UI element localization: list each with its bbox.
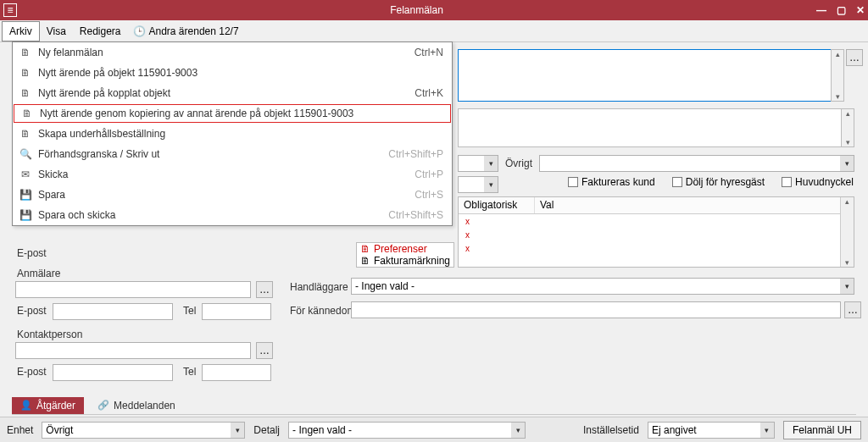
anmalare-browse-button[interactable]: … xyxy=(256,281,273,298)
ovrigt-dropdown[interactable]: ▾ xyxy=(539,155,854,172)
detalj-dropdown[interactable]: - Ingen vald - ▾ xyxy=(288,422,526,439)
print-preview-icon: 🔍 xyxy=(18,148,33,160)
chk-dolj[interactable]: Dölj för hyresgäst xyxy=(672,176,765,188)
mi-forhandsgranska: 🔍 Förhandsgranska / Skriv ut Ctrl+Shift+… xyxy=(13,144,452,164)
label-installelsetid: Inställelsetid xyxy=(583,424,639,436)
enhet-dropdown[interactable]: Övrigt ▾ xyxy=(42,422,245,439)
chk-faktureras[interactable]: Faktureras kund xyxy=(568,176,655,188)
chevron-down-icon: ▾ xyxy=(840,279,854,294)
app-icon: ≡ xyxy=(3,3,17,17)
table-row[interactable]: x xyxy=(459,228,854,241)
felanmal-uh-button[interactable]: Felanmäl UH xyxy=(783,421,861,439)
table-row[interactable]: x xyxy=(459,214,854,228)
installelsetid-dropdown[interactable]: Ej angivet ▾ xyxy=(648,422,775,439)
menu-redigera[interactable]: Redigera xyxy=(73,22,128,41)
footer-bar: Enhet Övrigt ▾ Detalj - Ingen vald - ▾ I… xyxy=(0,417,868,442)
description-more-button[interactable]: … xyxy=(846,49,863,66)
label-detalj: Detalj xyxy=(253,424,280,436)
scrollbar[interactable]: ▴▾ xyxy=(840,197,854,267)
for-kannedom-browse-button[interactable]: … xyxy=(844,301,861,318)
document-icon: 🗎 xyxy=(360,243,370,255)
col-obligatorisk: Obligatorisk xyxy=(459,197,535,213)
chevron-down-icon: ▾ xyxy=(231,423,244,438)
anmalare-tel-input[interactable] xyxy=(202,303,271,320)
mi-kopiera-arende[interactable]: 🗎 Nytt ärende genom kopiering av annat ä… xyxy=(14,104,451,123)
handlaggare-dropdown[interactable]: - Ingen vald - ▾ xyxy=(351,278,854,295)
menu-arkiv[interactable]: Arkiv xyxy=(2,21,40,41)
label-epost: E-post xyxy=(17,247,47,259)
label-tel-2: Tel xyxy=(183,366,196,378)
user-icon: 👤 xyxy=(20,400,32,411)
kontaktperson-epost-input[interactable] xyxy=(53,364,173,381)
chevron-down-icon: ▾ xyxy=(840,156,854,171)
kontaktperson-browse-button[interactable]: … xyxy=(256,342,273,359)
document-icon: 🗎 xyxy=(360,255,370,267)
document-icon: 🗎 xyxy=(18,87,33,99)
document-icon: 🗎 xyxy=(18,67,33,79)
obligatorisk-grid[interactable]: Obligatorisk Val x x x ▴▾ xyxy=(458,196,854,268)
label-ovrigt: Övrigt xyxy=(505,157,532,169)
document-icon: 🗎 xyxy=(19,108,35,119)
category-dropdown[interactable]: ▾ xyxy=(458,155,498,172)
tab-meddelanden[interactable]: 🔗 Meddelanden xyxy=(89,397,184,414)
col-val: Val xyxy=(535,197,854,213)
mi-underhall[interactable]: 🗎 Skapa underhållsbeställning xyxy=(13,124,452,144)
minimize-button[interactable]: — xyxy=(816,4,826,16)
description-textarea[interactable]: ▴▾ xyxy=(458,49,844,102)
mi-nytt-kopplat[interactable]: 🗎 Nytt ärende på kopplat objekt Ctrl+K xyxy=(13,83,452,103)
label-anmalare: Anmälare xyxy=(17,268,60,279)
notes-textarea[interactable]: ▴▾ xyxy=(458,108,854,147)
document-icon: 🗎 xyxy=(18,47,33,58)
for-kannedom-input[interactable] xyxy=(351,301,841,318)
window-title: Felanmälan xyxy=(17,4,816,16)
link-icon: 🔗 xyxy=(97,400,109,411)
menu-visa[interactable]: Visa xyxy=(40,22,73,41)
clock-icon: 🕒 xyxy=(133,25,146,37)
label-epost-2: E-post xyxy=(17,305,47,317)
tree-fakturamarkning[interactable]: 🗎Fakturamärkning xyxy=(357,255,453,267)
maximize-button[interactable]: ▢ xyxy=(837,4,846,16)
settings-tree[interactable]: 🗎Preferenser 🗎Fakturamärkning xyxy=(356,242,454,268)
chevron-down-icon: ▾ xyxy=(511,423,525,438)
menu-andra-arenden[interactable]: 🕒 Andra ärenden 12/7 xyxy=(133,25,239,37)
mi-spara-skicka: 💾 Spara och skicka Ctrl+Shift+S xyxy=(13,205,452,225)
close-button[interactable]: ✕ xyxy=(856,4,865,16)
anmalare-epost-input[interactable] xyxy=(53,303,173,320)
titlebar: ≡ Felanmälan — ▢ ✕ xyxy=(0,0,868,20)
chevron-down-icon: ▾ xyxy=(484,177,498,192)
chk-huvudnyckel[interactable]: Huvudnyckel xyxy=(782,176,854,188)
document-icon: 🗎 xyxy=(18,128,33,140)
label-tel: Tel xyxy=(183,305,196,317)
label-handlaggare: Handläggare xyxy=(290,281,348,293)
mi-nytt-objekt[interactable]: 🗎 Nytt ärende på objekt 115901-9003 xyxy=(13,63,452,83)
tree-preferenser[interactable]: 🗎Preferenser xyxy=(357,243,453,255)
mi-spara: 💾 Spara Ctrl+S xyxy=(13,185,452,205)
tab-atgarder[interactable]: 👤 Åtgärder xyxy=(12,397,84,414)
kontaktperson-tel-input[interactable] xyxy=(202,364,271,381)
mi-ny-felanmalan[interactable]: 🗎 Ny felanmälan Ctrl+N xyxy=(13,42,452,63)
menubar: Arkiv Visa Redigera 🕒 Andra ärenden 12/7 xyxy=(0,20,868,42)
save-send-icon: 💾 xyxy=(18,209,33,221)
send-icon: ✉ xyxy=(18,169,33,180)
tabbar: 👤 Åtgärder 🔗 Meddelanden xyxy=(12,396,856,415)
anmalare-input[interactable] xyxy=(15,281,251,298)
kontaktperson-input[interactable] xyxy=(15,342,251,359)
chevron-down-icon: ▾ xyxy=(484,156,498,171)
chevron-down-icon: ▾ xyxy=(760,423,774,438)
label-enhet: Enhet xyxy=(7,424,33,436)
table-row[interactable]: x xyxy=(459,241,854,255)
mi-skicka: ✉ Skicka Ctrl+P xyxy=(13,164,452,185)
subcategory-dropdown[interactable]: ▾ xyxy=(458,176,498,193)
scrollbar[interactable]: ▴▾ xyxy=(841,108,854,147)
save-icon: 💾 xyxy=(18,189,33,201)
scrollbar[interactable]: ▴▾ xyxy=(831,49,844,102)
label-for-kannedom: För kännedom xyxy=(290,305,355,317)
label-epost-3: E-post xyxy=(17,366,47,378)
arkiv-dropdown: 🗎 Ny felanmälan Ctrl+N 🗎 Nytt ärende på … xyxy=(12,41,453,226)
label-kontaktperson: Kontaktperson xyxy=(17,329,82,340)
